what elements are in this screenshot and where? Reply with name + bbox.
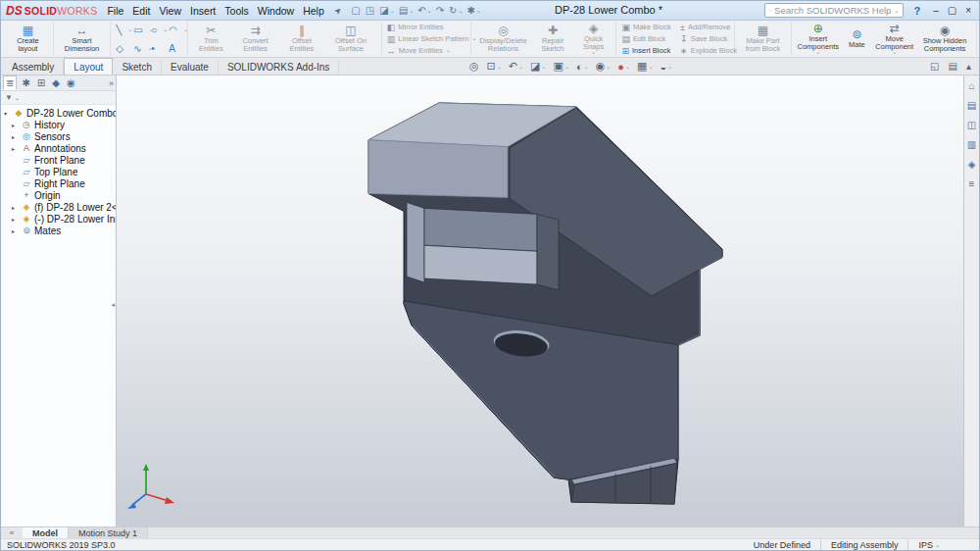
view-orientation-icon[interactable]: ▣⌄ [554,60,569,73]
command-tab[interactable]: SOLIDWORKS Add-Ins [219,60,339,75]
move-component-button[interactable]: ⇄ Move Component ⌄ [873,22,915,57]
tree-item-history[interactable]: ▸ ◷ History [1,119,116,130]
tree-item-front-plane[interactable]: ▱ Front Plane [1,154,116,166]
model-3d[interactable] [117,75,963,526]
help-button[interactable]: ? [909,5,924,17]
display-delete-relations-button[interactable]: ◎ Display/Delete Relations [475,24,530,54]
previous-view-icon[interactable]: ↶⌄ [509,60,523,73]
sketch-text-button[interactable]: A [168,41,183,56]
close-button[interactable]: × [965,5,971,16]
tree-item-mates[interactable]: ▸ ⊚ Mates [1,225,116,236]
pin-icon[interactable]: ➤ [331,4,343,16]
offset-entities-button[interactable]: ∥ Offset Entities [281,24,323,54]
undo-button[interactable]: ↶⌄ [417,5,431,16]
command-tab[interactable]: Layout [64,58,113,75]
expand-arrow-icon[interactable]: ▸ [12,227,19,234]
new-file-button[interactable]: ▢ [351,5,361,16]
tree-item-annotations[interactable]: ▸ A Annotations [1,142,116,154]
task-pane-toggle-icon[interactable]: ▤ [949,61,957,72]
show-hidden-components-button[interactable]: ◉ Show Hidden Components [917,24,972,54]
make-part-from-block-button[interactable]: ▦ Make Part from Block [739,24,787,54]
displaymanager-tab[interactable]: ◉ [65,76,77,89]
rebuild-button[interactable]: ↻⌄ [449,5,463,16]
tree-item-sensors[interactable]: ▸ ◎ Sensors [1,130,116,142]
dimxpertmanager-tab[interactable]: ◆ [50,76,62,89]
menu-item[interactable]: Window [254,4,298,18]
custom-properties-tab-icon[interactable]: ≡ [969,178,975,189]
command-tab[interactable]: Assembly [3,60,64,75]
configurationmanager-tab[interactable]: ⊞ [35,76,47,89]
expand-arrow-icon[interactable]: ▸ [12,133,19,140]
sketch-line-button[interactable]: ╲ ⌄ [115,23,130,37]
move-entities-button[interactable]: ↔ Move Entities ⌄ [386,46,467,56]
tab-scroll-icon[interactable]: « [1,527,23,538]
appearances-tab-icon[interactable]: ◈ [968,159,976,170]
panel-collapse-arrow[interactable]: ◂ [111,301,115,309]
expand-arrow-icon[interactable]: ▸ [12,145,19,152]
featuremanager-tab[interactable]: ≣ [3,75,17,90]
expand-arrow-icon[interactable]: ▾ [4,110,11,117]
command-tab[interactable]: Sketch [113,60,162,75]
view-palette-tab-icon[interactable]: ▥ [967,139,976,150]
sketch-point-button[interactable]: • [150,41,166,56]
linear-sketch-pattern-button[interactable]: ▥ Linear Sketch Pattern ⌄ [386,34,467,44]
add-remove-button[interactable]: ± Add/Remove [679,23,730,32]
menu-item[interactable]: Help [299,4,328,18]
display-style-icon[interactable]: ◐⌄ [576,61,589,73]
tree-root-item[interactable]: ▾ ◆ DP-28 Lower Combo (Default<Display [1,107,116,119]
propertymanager-tab[interactable]: ✱ [20,76,31,89]
save-button[interactable]: ◪⌄ [379,5,394,16]
apply-scene-icon[interactable]: ▦⌄ [637,60,653,73]
tree-item-dp28-lower-2[interactable]: ▸ ◈ (f) DP-28 Lower 2<1> (Default<<1 [1,201,116,213]
sketch-spline-button[interactable]: ∿ ⌄ [132,41,148,56]
sketch-circle-button[interactable]: ○ ⌄ [150,23,166,37]
zoom-area-icon[interactable]: ⊡⌄ [487,60,502,73]
expand-arrow-icon[interactable]: ▸ [12,216,19,223]
menu-item[interactable]: File [103,4,127,18]
open-file-button[interactable]: ◳ [366,5,375,16]
save-block-button[interactable]: ↧ Save Block [679,34,730,44]
explode-block-button[interactable]: ∗ Explode Block [679,46,730,56]
print-button[interactable]: ▤⌄ [399,5,414,16]
edit-appearance-icon[interactable]: ●⌄ [617,61,630,73]
sketch-polygon-button[interactable]: ◇ [115,41,130,56]
section-view-icon[interactable]: ◪⌄ [530,60,546,73]
insert-components-button[interactable]: ⊕ Insert Components ⌄ [796,22,840,57]
convert-entities-button[interactable]: ⇉ Convert Entities [232,24,279,54]
resources-tab-icon[interactable]: ⌂ [968,80,974,91]
tree-item-right-plane[interactable]: ▱ Right Plane [1,177,116,189]
graphics-area[interactable] [117,75,963,526]
collapse-ribbon-icon[interactable]: ▴ [966,61,971,72]
smart-dimension-button[interactable]: ↔ Smart Dimension [58,24,106,54]
repair-sketch-button[interactable]: ✚ Repair Sketch [532,24,572,54]
view-settings-icon[interactable]: ◒⌄ [660,61,672,73]
make-block-button[interactable]: ▣ Make Block [620,23,671,32]
design-library-tab-icon[interactable]: ▤ [967,100,976,111]
menu-item[interactable]: Edit [128,4,154,18]
command-tab[interactable]: Evaluate [162,60,219,75]
options-button[interactable]: ✱⌄ [466,5,480,16]
offset-on-surface-button[interactable]: ◫ Offset On Surface [324,24,377,54]
tree-item-dp28-lower-inner-bottom[interactable]: ▸ ◈ (-) DP-28 Lower Inner Bottom<1> [1,213,116,225]
model-tab[interactable]: Model [23,527,69,538]
menu-item[interactable]: Insert [186,4,220,18]
trim-entities-button[interactable]: ✂ Trim Entities [192,24,229,54]
units-selector[interactable]: IPS⌄ [907,540,973,550]
mirror-entities-button[interactable]: ◧ Mirror Entities [386,23,467,32]
hide-show-items-icon[interactable]: ◉⌄ [596,60,612,73]
tree-item-origin[interactable]: + Origin [1,189,116,201]
create-layout-button[interactable]: ▦ Create layout [7,24,49,54]
menu-item[interactable]: View [155,4,185,18]
insert-block-button[interactable]: ⊞ Insert Block [620,46,671,56]
display-pane-toggle-icon[interactable]: ◱ [930,61,939,72]
restore-button[interactable]: ▢ [948,5,956,16]
sketch-arc-button[interactable]: ◠ ⌄ [168,23,183,37]
sketch-rectangle-button[interactable]: ▭ ⌄ [132,23,148,37]
help-search-box[interactable]: Search SOLIDWORKS Help ⌄ [764,3,904,18]
mate-button[interactable]: ⊚ Mate [842,27,871,50]
panel-tab-overflow-icon[interactable]: » [109,78,114,88]
motion-study-tab[interactable]: Motion Study 1 [69,527,148,538]
edit-block-button[interactable]: ▤ Edit Block [620,34,671,44]
minimize-button[interactable]: – [933,5,939,16]
menu-item[interactable]: Tools [220,4,253,18]
